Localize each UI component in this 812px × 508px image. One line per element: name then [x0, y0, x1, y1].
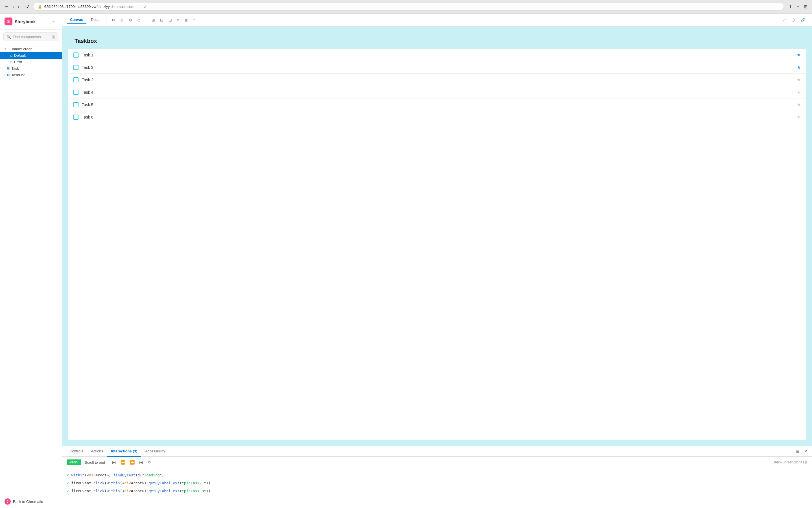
- scroll-to-end-label: Scroll to end: [85, 460, 105, 465]
- panel-close-btn[interactable]: ✕: [803, 448, 809, 455]
- url-text: 629f930408cf17004ac53699-zwfdlmzlyy.chro…: [44, 4, 134, 9]
- zoom-reset-btn[interactable]: ⊙: [135, 16, 143, 24]
- panel-right-controls: ⊟ ✕: [795, 448, 809, 455]
- copy-link-btn[interactable]: 🔗: [799, 16, 808, 24]
- pass-bar: PASS Scroll to end ⏮ ⏪ ⏩ ⏭ ↺ InboxScreen…: [67, 460, 808, 468]
- task-checkbox[interactable]: [73, 90, 79, 95]
- sidebar-header: S Storybook ···: [0, 13, 62, 30]
- pin-star-icon[interactable]: ★: [797, 65, 801, 70]
- address-bar[interactable]: 🔒 629f930408cf17004ac53699-zwfdlmzlyy.ch…: [33, 3, 784, 10]
- tab-docs[interactable]: Docs: [87, 16, 103, 24]
- canvas-area: Taskbox Task 1 ★ Task 3 ★: [62, 27, 812, 446]
- interaction-line-3: ✓ fireEvent.click(within(<div#root>).get…: [67, 487, 808, 495]
- table-row: Task 4 ★: [68, 86, 806, 98]
- tab-grid-btn[interactable]: ⊞: [803, 3, 809, 10]
- open-new-btn[interactable]: ⬡: [790, 16, 797, 24]
- search-icon: 🔍: [6, 35, 11, 39]
- task-checkbox[interactable]: [73, 102, 79, 107]
- search-placeholder: Find components: [13, 35, 41, 39]
- tab-actions[interactable]: Actions: [87, 446, 107, 457]
- sidebar-item-label: TaskList: [11, 73, 25, 77]
- tab-interactions[interactable]: Interactions (3): [107, 446, 141, 457]
- last-btn[interactable]: ⏭: [138, 460, 145, 465]
- task-name: Task 1: [82, 53, 794, 57]
- new-tab-btn[interactable]: +: [796, 3, 801, 10]
- storybook-logo-text: Storybook: [15, 19, 36, 24]
- bottom-panel: Controls Actions Interactions (3) Access…: [62, 446, 812, 508]
- sidebar-item-task-list[interactable]: › ⊞ TaskList: [0, 72, 62, 78]
- pin-star-icon[interactable]: ★: [797, 77, 801, 82]
- zoom-out-btn[interactable]: ⊖: [127, 16, 134, 24]
- reader-icon: ⊡: [138, 5, 140, 9]
- forward-btn[interactable]: ›: [17, 3, 20, 10]
- task-checkbox[interactable]: [73, 115, 79, 120]
- first-btn[interactable]: ⏮: [111, 460, 117, 465]
- component-icon: ⊞: [7, 67, 10, 70]
- task-name: Task 3: [82, 65, 794, 70]
- replay-btn[interactable]: ↺: [146, 460, 153, 465]
- back-to-chromatic-label: Back to Chromatic: [13, 500, 43, 504]
- sidebar-item-inbox-screen[interactable]: ▾ ⊞ InboxScreen: [0, 46, 62, 52]
- sidebar-item-task[interactable]: › ⊞ Task: [0, 65, 62, 72]
- pin-star-icon[interactable]: ★: [797, 102, 801, 107]
- back-btn[interactable]: ‹: [11, 3, 15, 10]
- interaction-line-1: ✓ within(<div#root>).findByTestId("loadi…: [67, 471, 808, 479]
- storybook-logo: S Storybook: [4, 17, 36, 26]
- story-title: Taskbox: [75, 38, 800, 44]
- story-file-name: InboxScreen.stories.js: [774, 460, 808, 464]
- pin-star-icon[interactable]: ★: [797, 114, 801, 120]
- browser-shield-icon: 🛡: [24, 4, 30, 10]
- next-btn[interactable]: ⏩: [128, 460, 136, 465]
- playback-controls: ⏮ ⏪ ⏩ ⏭ ↺: [111, 460, 153, 465]
- expand-icon: ›: [4, 73, 5, 77]
- sidebar-item-label: Default: [14, 53, 26, 57]
- help-btn[interactable]: ?: [191, 16, 197, 24]
- check-icon: ✓: [67, 473, 69, 477]
- grid2-btn[interactable]: ⊟: [158, 16, 165, 24]
- pin-star-icon[interactable]: ★: [797, 89, 801, 95]
- back-to-chromatic-btn[interactable]: C Back to Chromatic: [0, 495, 62, 508]
- pin-star-icon[interactable]: ★: [797, 52, 801, 57]
- expand-icon: ▾: [4, 47, 6, 50]
- zoom-in-btn[interactable]: ⊕: [118, 16, 126, 24]
- toolbar-separator-2: [146, 17, 146, 23]
- prev-btn[interactable]: ⏪: [119, 460, 127, 465]
- sidebar-more-btn[interactable]: ···: [50, 18, 57, 25]
- main-content: Canvas Docs ↺ ⊕ ⊖ ⊙ ⊞ ⊟ ⊡ ≡ ⊠ ? ⤢ ⬡ 🔗 T: [62, 13, 812, 508]
- task-name: Task 2: [82, 78, 794, 82]
- grid-btn[interactable]: ⊞: [150, 16, 157, 24]
- browser-controls: ☰ ‹ ›: [3, 3, 21, 10]
- table-row: Task 2 ★: [68, 74, 806, 86]
- sidebar-toggle-btn[interactable]: ☰: [3, 3, 10, 10]
- code-keyword: within: [71, 473, 84, 477]
- search-bar[interactable]: 🔍 Find components /: [3, 33, 58, 41]
- check-icon: ✓: [67, 489, 69, 493]
- ruler-btn[interactable]: ≡: [175, 16, 181, 24]
- table-row: Task 5 ★: [68, 98, 806, 111]
- padding-btn[interactable]: ⊡: [167, 16, 174, 24]
- tab-controls[interactable]: Controls: [66, 446, 87, 457]
- panel-tabs: Controls Actions Interactions (3) Access…: [62, 446, 812, 457]
- tab-canvas[interactable]: Canvas: [67, 16, 86, 24]
- fullscreen-btn[interactable]: ⤢: [781, 16, 788, 24]
- sidebar-item-default[interactable]: ◻ Default: [0, 52, 62, 59]
- sidebar-tree: ▾ ⊞ InboxScreen ◻ Default ◻ Error › ⊞ Ta…: [0, 44, 62, 495]
- reload-icon[interactable]: ↺: [144, 5, 146, 9]
- task-checkbox[interactable]: [73, 77, 79, 82]
- share-btn[interactable]: ⬆: [787, 3, 794, 10]
- chromatic-icon: C: [4, 498, 11, 505]
- lock-icon: 🔒: [38, 5, 42, 9]
- frame-btn[interactable]: ⊠: [182, 16, 190, 24]
- sidebar-item-label: Error: [14, 60, 22, 64]
- sidebar-item-error[interactable]: ◻ Error: [0, 59, 62, 65]
- reset-btn[interactable]: ↺: [110, 16, 117, 24]
- tab-accessibility[interactable]: Accessibility: [141, 446, 169, 457]
- toolbar-separator: [106, 17, 107, 23]
- task-checkbox[interactable]: [73, 52, 79, 57]
- search-slash-hint: /: [52, 35, 55, 39]
- sidebar-item-label: Task: [11, 66, 19, 71]
- panel-split-btn[interactable]: ⊟: [795, 448, 801, 455]
- task-checkbox[interactable]: [73, 65, 79, 70]
- sidebar: S Storybook ··· 🔍 Find components / ▾ ⊞ …: [0, 13, 62, 508]
- story-icon: ◻: [10, 54, 12, 57]
